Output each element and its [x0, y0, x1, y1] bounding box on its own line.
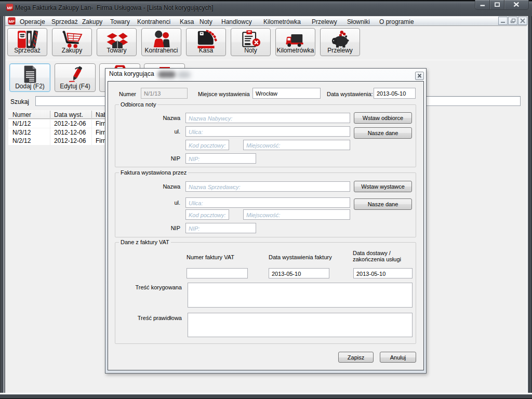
svg-text:MF: MF [9, 19, 15, 24]
svg-text:MF: MF [7, 6, 12, 10]
